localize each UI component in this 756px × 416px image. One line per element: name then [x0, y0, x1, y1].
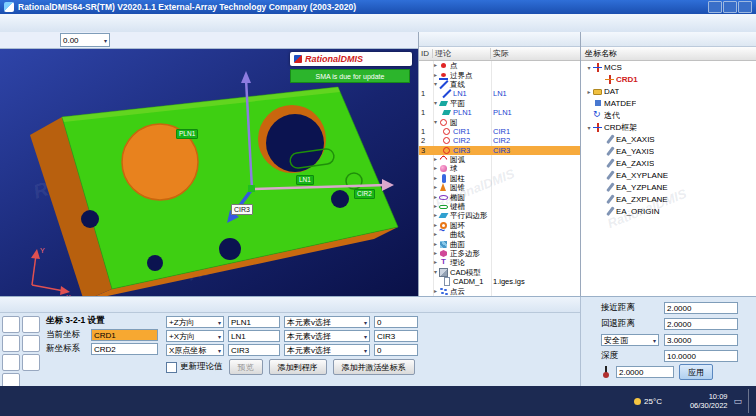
collapse-all-icon[interactable] [435, 33, 448, 45]
圆柱[interactable]: 圆柱 [419, 174, 580, 183]
EA_XYPLANE[interactable]: EA_XYPLANE [581, 169, 756, 181]
direction-select[interactable]: +Z方向 [166, 316, 224, 328]
probe-manager-icon[interactable] [117, 15, 135, 32]
hole[interactable] [81, 210, 99, 228]
tree-caret-icon[interactable] [432, 202, 439, 211]
redo-icon[interactable] [98, 15, 116, 32]
tree-caret-icon[interactable] [432, 268, 439, 277]
start-button[interactable] [4, 392, 23, 411]
label-ln1[interactable]: LN1 [296, 175, 314, 185]
view-rotate-icon[interactable] [459, 15, 477, 32]
quick-line-icon[interactable] [22, 316, 40, 333]
export-result-icon[interactable] [231, 298, 246, 312]
sort-icon[interactable] [477, 33, 490, 45]
tree-caret-icon[interactable] [432, 71, 439, 80]
remove-coord-icon[interactable] [597, 33, 610, 45]
曲线[interactable]: 曲线 [419, 230, 580, 239]
圆[interactable]: 圆 [419, 117, 580, 126]
excel-icon[interactable] [188, 392, 207, 411]
notepad-icon[interactable] [211, 392, 230, 411]
tree-caret-icon[interactable] [432, 164, 439, 173]
vector-mode-select[interactable]: 本元素v选择 [284, 330, 370, 342]
CRD1[interactable]: CRD1 [581, 73, 756, 85]
dock-panel-icon[interactable] [716, 15, 734, 32]
stop-program-icon[interactable] [269, 15, 287, 32]
view-pan-icon[interactable] [478, 15, 496, 32]
edit-coord-icon[interactable] [611, 33, 624, 45]
report-icon[interactable] [212, 15, 230, 32]
MATDEF[interactable]: MATDEF [581, 97, 756, 109]
tolerance-combo[interactable]: 0.00 [60, 33, 110, 47]
poly-select-icon[interactable] [39, 33, 56, 48]
widgets-icon[interactable] [73, 392, 92, 411]
EA_XAXIS[interactable]: EA_XAXIS [581, 133, 756, 145]
quick-cylinder-icon[interactable] [2, 354, 20, 371]
tool-settings-icon[interactable] [248, 298, 263, 312]
rotate-view-icon[interactable] [168, 33, 185, 48]
feature-settings-icon[interactable] [491, 33, 504, 45]
align-bestfit-icon[interactable] [61, 298, 76, 312]
settings-icon[interactable] [288, 15, 306, 32]
probe-position-icon[interactable] [114, 33, 131, 48]
点[interactable]: 点 [419, 61, 580, 70]
tree-caret-icon[interactable] [432, 230, 439, 239]
hole[interactable] [147, 255, 163, 271]
preview-button[interactable]: 预览 [229, 359, 263, 375]
圆锥[interactable]: 圆锥 [419, 183, 580, 192]
refresh-coord-icon[interactable] [625, 33, 638, 45]
view-fit-icon[interactable] [440, 15, 458, 32]
tree-caret-icon[interactable] [432, 287, 439, 296]
evaluate-icon[interactable] [129, 298, 144, 312]
EA_YAXIS[interactable]: EA_YAXIS [581, 145, 756, 157]
label-cir3[interactable]: CIR3 [231, 204, 253, 215]
new-coord-field[interactable]: CRD2 [91, 343, 158, 355]
undo-icon[interactable] [79, 15, 97, 32]
MCS[interactable]: MCS [581, 61, 756, 73]
EA_YZPLANE[interactable]: EA_YZPLANE [581, 181, 756, 193]
label-cir2[interactable]: CIR2 [354, 189, 375, 199]
CIR1[interactable]: 1 CIR1 CIR1 [419, 127, 580, 136]
store-icon[interactable] [234, 392, 253, 411]
coordinate-system-icon[interactable] [155, 15, 173, 32]
CIR3[interactable]: 3 CIR3 CIR3 [419, 146, 580, 155]
select-arrow-icon[interactable] [3, 33, 20, 48]
DAT[interactable]: DAT [581, 85, 756, 97]
tree-caret-icon[interactable] [432, 155, 439, 164]
run-program-icon[interactable] [250, 15, 268, 32]
probe-param-field[interactable]: 2.0000 [664, 318, 738, 330]
hole[interactable] [219, 238, 241, 260]
tree-caret-icon[interactable] [432, 249, 439, 258]
show-desktop-button[interactable] [748, 389, 752, 413]
output-icon[interactable] [197, 298, 212, 312]
filter-icon[interactable] [449, 33, 462, 45]
tree-caret-icon[interactable] [585, 88, 593, 95]
LN1[interactable]: 1 LN1 LN1 [419, 89, 580, 98]
probe-param-field[interactable]: 2.0000 [664, 302, 738, 314]
add-to-program-button[interactable]: 添加到程序 [269, 359, 327, 375]
render-toggle-icon[interactable] [222, 33, 239, 48]
report-out-icon[interactable] [214, 298, 229, 312]
delete-feature-icon[interactable] [463, 33, 476, 45]
tree-caret-icon[interactable] [432, 80, 439, 89]
tree-caret-icon[interactable] [432, 258, 439, 267]
edge-icon[interactable] [119, 392, 138, 411]
label-pln1[interactable]: PLN1 [176, 129, 198, 139]
distance-icon[interactable] [146, 298, 161, 312]
dmis-app-icon[interactable] [257, 392, 276, 411]
large-hole[interactable] [266, 114, 324, 172]
chrome-icon[interactable] [142, 392, 161, 411]
export-icon[interactable] [60, 15, 78, 32]
coord-list-icon[interactable] [639, 33, 652, 45]
tree-caret-icon[interactable] [432, 118, 439, 127]
tree-caret-icon[interactable] [432, 99, 439, 108]
tree-caret-icon[interactable] [432, 211, 439, 220]
probe-calibrate-icon[interactable] [136, 15, 154, 32]
notification-icon[interactable]: ▭ [733, 396, 742, 406]
direction-select[interactable]: X原点坐标 [166, 344, 224, 356]
probe-param-field[interactable]: 10.0000 [664, 350, 738, 362]
apply-button[interactable]: 应用 [679, 364, 713, 380]
expand-all-icon[interactable] [421, 33, 434, 45]
value-field[interactable]: 0 [374, 316, 418, 328]
CADM_1[interactable]: CADM_1 1.iges.igs [419, 277, 580, 286]
add-coord-icon[interactable] [583, 33, 596, 45]
